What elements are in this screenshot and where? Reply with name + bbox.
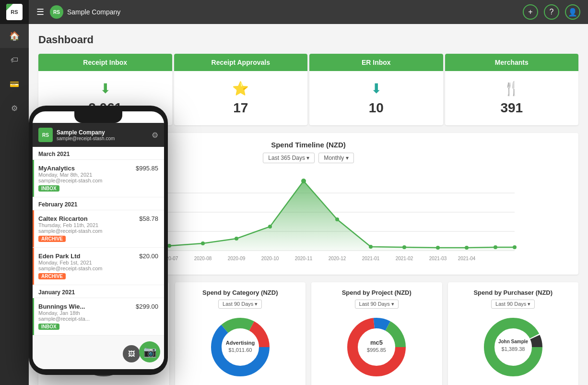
phone-section-feb: February 2021 [33,197,164,210]
phone-item-amount: $995.85 [136,165,158,172]
phone-settings-icon[interactable]: ⚙ [152,131,158,140]
stat-card-receipt-approvals[interactable]: Receipt Approvals ⭐ 17 [174,54,308,125]
donut-purchaser-control: Last 90 Days ▾ [455,299,572,309]
stat-card-header-merchants: Merchants [445,54,579,71]
phone-header: RS Sample Company sample@receipt-stash.c… [33,123,164,147]
phone-list: March 2021 MyAnalytics Monday, Mar 8th, … [33,147,164,336]
phone-item-date: Monday, Jan 18th [38,310,158,316]
svg-text:mc5: mc5 [370,339,383,346]
phone-item-badge-archive: ARCHIVE [38,273,66,279]
svg-text:2020-11: 2020-11 [295,256,313,261]
phone-item-email: sample@receipt-sta... [38,316,158,322]
phone-section-march: March 2021 [33,147,164,160]
user-button[interactable]: 👤 [565,4,580,20]
donut-category-control: Last 90 Days ▾ [182,299,299,309]
phone-company-email: sample@receipt-stash.com [57,136,115,141]
svg-text:$995.85: $995.85 [367,347,386,353]
receipt-inbox-icon: ⬇ [100,81,111,96]
svg-text:2021-03: 2021-03 [429,256,447,261]
er-inbox-value: 10 [369,100,384,116]
phone-item-badge-archive: ARCHIVE [38,236,66,242]
sidebar: RS 🏠 🏷 💳 ⚙ [0,0,29,385]
svg-point-11 [335,217,339,221]
svg-point-8 [235,237,238,241]
svg-text:2020-10: 2020-10 [261,256,279,261]
svg-point-10 [301,179,306,183]
company-name: Sample Company [67,8,523,16]
svg-text:2021-02: 2021-02 [396,256,413,261]
donut-purchaser-chart: John Sample $1,389.38 [455,313,572,381]
phone-item-amount: $299.00 [136,303,158,310]
list-item[interactable]: Caltex Riccarton Thursday, Feb 11th, 202… [33,210,164,248]
stat-card-merchants[interactable]: Merchants 🍴 391 [445,54,579,125]
sidebar-item-settings[interactable]: ⚙ [0,96,29,120]
phone-item-date: Thursday, Feb 11th, 2021 [38,222,158,228]
phone-notch [74,111,122,123]
svg-text:2020-08: 2020-08 [194,256,212,261]
donut-card-purchaser: Spend by Purchaser (NZD) Last 90 Days ▾ … [448,282,579,385]
settings-icon: ⚙ [11,104,18,113]
svg-point-6 [167,244,171,248]
tag-icon: 🏷 [11,56,18,64]
phone-item-bar [33,248,34,285]
menu-button[interactable]: ☰ [36,7,44,17]
sidebar-item-home[interactable]: 🏠 [0,24,29,48]
phone-item-amount: $58.78 [139,215,158,222]
phone-item-bar [33,210,34,247]
svg-text:2020-09: 2020-09 [228,256,246,261]
list-item[interactable]: MyAnalytics Monday, Mar 8th, 2021 sample… [33,160,164,197]
sidebar-item-cards[interactable]: 💳 [0,72,29,96]
phone-item-email: sample@receipt-stash.com [38,265,158,271]
phone-section-jan: January 2021 [33,285,164,298]
phone-camera-fab[interactable]: 📷 [139,341,160,362]
phone-gallery-fab[interactable]: 🖼 [123,345,140,362]
svg-text:$1,389.38: $1,389.38 [501,346,525,352]
svg-text:2021-01: 2021-01 [362,256,380,261]
page-title: Dashboard [38,34,578,46]
list-item[interactable]: Eden Park Ltd Monday, Feb 1st, 2021 samp… [33,248,164,285]
donut-card-project: Spend by Project (NZD) Last 90 Days ▾ mc… [311,282,442,385]
svg-text:$1,011.60: $1,011.60 [228,347,252,353]
phone-company: RS Sample Company sample@receipt-stash.c… [38,128,115,142]
help-button[interactable]: ? [544,4,559,20]
list-item[interactable]: Bunnings Wie... Monday, Jan 18th sample@… [33,298,164,336]
phone-item-badge-inbox: INBOX [38,324,59,330]
svg-text:John Sample: John Sample [498,339,529,344]
donut-project-chart: mc5 $995.85 [318,313,435,381]
stat-card-er-inbox[interactable]: ER Inbox ⬇ 10 [309,54,443,125]
svg-point-7 [201,241,205,245]
topbar-actions: + ? 👤 [523,4,580,20]
phone-item-badge-inbox: INBOX [38,185,59,192]
er-inbox-icon: ⬇ [371,81,382,96]
donut-purchaser-title: Spend by Purchaser (NZD) [455,289,572,296]
phone-company-icon: RS [38,128,53,142]
phone-mockup: RS Sample Company sample@receipt-stash.c… [29,106,168,375]
svg-point-14 [436,246,440,250]
timeline-filter-days[interactable]: Last 365 Days ▾ [263,153,315,163]
donut-purchaser-filter[interactable]: Last 90 Days ▾ [491,300,535,309]
sidebar-item-receipts[interactable]: 🏷 [0,48,29,72]
donut-category-chart: Advertising $1,011.60 [182,313,299,381]
phone-item-date: Monday, Feb 1st, 2021 [38,260,158,265]
sidebar-logo: RS [0,0,29,24]
stat-card-header-er-inbox: ER Inbox [309,54,443,71]
phone-screen: RS Sample Company sample@receipt-stash.c… [33,111,164,369]
svg-point-15 [465,246,469,250]
svg-text:2020-12: 2020-12 [329,256,346,261]
stat-card-body-receipt-approvals: ⭐ 17 [174,71,308,125]
svg-point-13 [402,245,406,249]
phone-item-email: sample@receipt-stash.com [38,178,158,183]
svg-text:2021-04: 2021-04 [458,256,476,261]
home-icon: 🏠 [9,31,20,41]
svg-point-12 [369,245,373,249]
svg-point-17 [513,245,517,249]
phone-item-amount: $20.00 [139,253,158,260]
merchants-icon: 🍴 [503,81,520,96]
donut-category-filter[interactable]: Last 90 Days ▾ [218,300,262,309]
phone-item-bar [33,160,34,197]
timeline-filter-period[interactable]: Monthly ▾ [318,153,353,163]
phone-item-bar [33,298,34,335]
add-button[interactable]: + [523,4,538,20]
donut-card-category: Spend by Category (NZD) Last 90 Days ▾ A… [175,282,306,385]
donut-project-filter[interactable]: Last 90 Days ▾ [355,300,399,309]
